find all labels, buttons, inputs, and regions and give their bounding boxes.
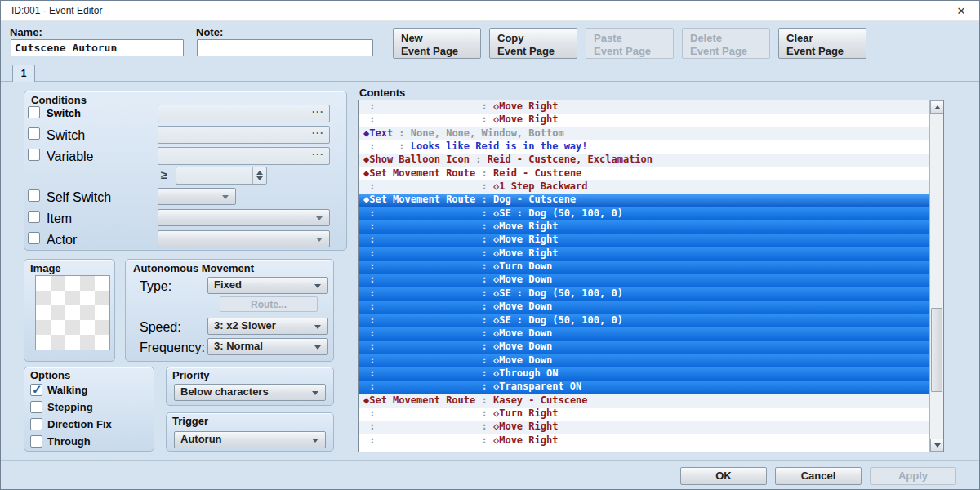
priority-title: Priority [172,369,210,381]
speed-dropdown[interactable]: 3: x2 Slower [207,318,328,335]
scroll-down-button[interactable] [930,439,944,452]
priority-dropdown[interactable]: Below characters [174,384,326,401]
item-label: Item [47,212,72,226]
footer-separator [1,460,979,461]
scroll-down-icon [934,443,941,448]
scrollbar[interactable] [929,100,943,452]
image-title: Image [30,262,61,274]
event-command-row[interactable]: ◆Show Balloon Icon : Reid - Custcene, Ex… [359,154,931,167]
event-command-row[interactable]: : : ◇Turn Right [359,408,931,421]
event-command-row[interactable]: : : ◇SE : Dog (50, 100, 0) [359,287,931,301]
tab-page-1[interactable]: 1 [12,65,35,82]
event-command-row[interactable]: : : ◇Move Down [359,301,931,314]
event-command-row[interactable]: : : ◇Turn Down [359,261,931,274]
type-label: Type: [140,279,172,294]
window-title: ID:001 - Event Editor [11,5,102,16]
event-command-row[interactable]: : : ◇Move Right [359,421,931,434]
option-walking[interactable]: Walking [30,382,154,399]
option-label: Direction Fix [47,418,112,430]
variable-field[interactable]: ··· [158,147,330,165]
event-image-placeholder[interactable] [35,275,110,350]
event-command-row[interactable]: : : ◇Through ON [359,368,931,381]
contents-list[interactable]: : : ◇Move Right : : ◇Move Right◆Text : N… [358,100,944,452]
frequency-dropdown[interactable]: 3: Normal [207,338,328,355]
name-input[interactable] [11,39,184,56]
switch1-label: Switch [47,107,81,119]
event-command-row[interactable]: : : ◇Move Right [359,234,931,247]
self-switch-label: Self Switch [47,190,111,205]
scroll-up-icon [934,105,941,109]
event-command-row[interactable]: : : ◇Move Down [359,354,931,368]
self-switch-dropdown[interactable] [158,188,236,205]
event-command-row[interactable]: : : ◇Move Down [359,327,931,341]
speed-label: Speed: [140,320,181,335]
clear-event-page-button[interactable]: ClearEvent Page [778,28,866,59]
event-command-row[interactable]: : : ◇Move Down [359,341,931,354]
cancel-button[interactable]: Cancel [775,467,862,485]
variable-label: Variable [47,149,94,164]
delete-event-page-button[interactable]: DeleteEvent Page [682,28,770,59]
paste-event-page-button[interactable]: PasteEvent Page [586,28,674,59]
event-command-row[interactable]: ◆Set Movement Route : Reid - Custcene [359,167,931,180]
event-command-row[interactable]: : : ◇Move Right [359,114,931,127]
checkbox[interactable] [30,401,42,413]
event-command-row[interactable]: ◆Set Movement Route : Dog - Cutscene [359,194,931,207]
option-label: Walking [47,384,87,396]
apply-button[interactable]: Apply [870,467,956,485]
scroll-up-button[interactable] [930,100,944,114]
event-command-row[interactable]: : : ◇Move Right [359,247,931,261]
route-button[interactable]: Route... [220,296,318,312]
checkbox[interactable] [30,435,42,448]
event-command-row[interactable]: : : Looks like Reid is in the way! [359,140,931,154]
event-command-row[interactable]: : : ◇SE : Dog (50, 100, 0) [359,314,931,327]
switch1-checkbox[interactable] [28,106,40,118]
ok-button[interactable]: OK [680,467,767,485]
event-command-row[interactable]: : : ◇SE : Dog (50, 100, 0) [359,207,931,220]
event-command-row[interactable]: : : ◇Move Right [359,434,931,448]
option-direction-fix[interactable]: Direction Fix [30,416,154,433]
switch1-field[interactable]: ··· [158,105,330,122]
option-through[interactable]: Through [30,434,154,450]
new-event-page-button[interactable]: NewEvent Page [393,28,481,59]
close-icon[interactable]: ✕ [951,3,971,19]
checkbox[interactable] [30,418,42,430]
switch2-field[interactable]: ··· [158,126,330,144]
conditions-title: Conditions [31,94,87,106]
copy-event-page-button[interactable]: CopyEvent Page [489,28,577,59]
event-editor-dialog: ID:001 - Event Editor ✕ Name: Note: NewE… [0,0,980,490]
item-checkbox[interactable] [28,211,40,223]
spinner-down-icon[interactable] [256,176,263,180]
item-dropdown[interactable] [158,209,330,226]
spinner-up-icon[interactable] [256,171,263,175]
frequency-label: Frequency: [140,341,205,355]
event-command-list: : : ◇Move Right : : ◇Move Right◆Text : N… [359,100,931,448]
type-dropdown[interactable]: Fixed [207,277,328,294]
event-command-row[interactable]: : : ◇Transparent ON [359,381,931,394]
option-stepping[interactable]: Stepping [30,399,154,416]
options-list: WalkingSteppingDirection FixThrough [24,382,154,451]
checkbox[interactable] [30,384,42,396]
actor-dropdown[interactable] [158,230,330,247]
switch2-label: Switch [47,128,85,143]
event-command-row[interactable]: ◆Set Movement Route : Kasey - Cutscene [359,394,931,408]
autonomous-title: Autonomous Movement [133,262,254,274]
options-title: Options [30,369,70,381]
tab-strip-line [1,81,979,82]
event-command-row[interactable]: : : ◇Move Right [359,220,931,234]
event-command-row[interactable]: : : ◇1 Step Backward [359,180,931,194]
variable-checkbox[interactable] [28,149,40,161]
trigger-dropdown[interactable]: Autorun [174,431,326,448]
scrollbar-thumb[interactable] [931,308,942,392]
event-command-row[interactable]: : : ◇Move Down [359,274,931,287]
event-command-row[interactable]: : : ◇Move Right [359,100,931,114]
title-bar: ID:001 - Event Editor ✕ [1,1,979,21]
self-switch-checkbox[interactable] [28,189,40,202]
note-label: Note: [196,26,223,38]
trigger-title: Trigger [172,415,208,427]
note-input[interactable] [197,39,373,56]
contents-title: Contents [359,87,405,99]
event-command-row[interactable]: ◆Text : None, None, Window, Bottom [359,127,931,140]
switch2-checkbox[interactable] [28,127,40,140]
actor-checkbox[interactable] [28,232,40,244]
variable-value-spinner[interactable] [176,167,267,185]
